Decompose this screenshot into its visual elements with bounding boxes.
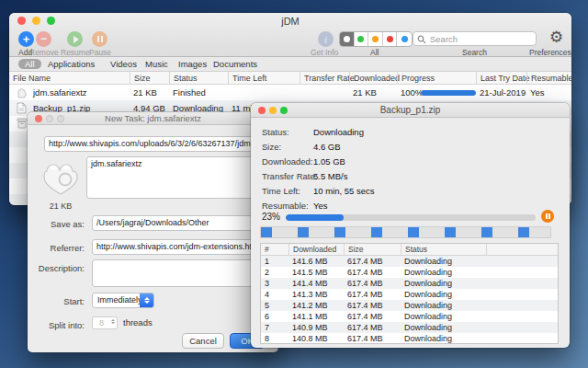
thread-status: Downloading	[401, 300, 452, 311]
resumable-value: Yes	[313, 201, 328, 211]
thread-status: Downloading	[401, 289, 452, 300]
all-dot-icon	[344, 36, 350, 42]
thread-number: 7	[261, 322, 269, 333]
threads-table: # Downloaded Size Status 1141.6 MB617.4 …	[260, 243, 559, 344]
thread-number: 1	[261, 256, 269, 267]
resume-button[interactable]	[67, 31, 83, 47]
split-stepper[interactable]: 8	[92, 316, 118, 329]
thread-row[interactable]: 4141.3 MB617.4 MBDownloading	[261, 289, 558, 300]
column-header-last-try-date[interactable]: Last Try Date	[476, 72, 530, 85]
thread-downloaded: 141.6 MB	[288, 256, 328, 267]
search-input[interactable]	[430, 32, 533, 45]
filter-segmented-control	[339, 31, 413, 47]
thread-number: 5	[261, 300, 269, 311]
column-header-number[interactable]: #	[261, 244, 269, 256]
thread-number: 2	[261, 267, 269, 278]
window-title: jDM	[9, 13, 571, 29]
column-header-file-name[interactable]: File Name	[9, 72, 51, 85]
column-header-time-left[interactable]: Time Left	[228, 72, 266, 85]
tab-videos[interactable]: Videos	[110, 59, 137, 69]
task-url-input[interactable]: http://www.shivapis.com/uploads/6/3/2/6/…	[44, 136, 265, 152]
pause-icon	[546, 213, 548, 219]
thread-row[interactable]: 1141.6 MB617.4 MBDownloading	[261, 256, 558, 267]
thread-row[interactable]: 5141.2 MB617.4 MBDownloading	[261, 300, 558, 311]
remove-button[interactable]: −	[36, 31, 51, 47]
start-popup[interactable]: Immediately	[92, 293, 154, 308]
column-header-status[interactable]: Status	[169, 72, 198, 85]
search-label: Search	[462, 48, 487, 57]
search-field[interactable]	[413, 31, 537, 46]
category-tabbar: All Applications Videos Music Images Doc…	[9, 57, 571, 72]
description-label: Description:	[28, 263, 85, 273]
column-header-size[interactable]: Size	[130, 72, 151, 85]
thread-downloaded: 141.3 MB	[288, 289, 328, 300]
minus-icon: −	[40, 32, 47, 46]
tab-documents[interactable]: Documents	[213, 59, 257, 69]
status-label: Status:	[262, 127, 289, 137]
main-titlebar: jDM + Add − Remove Resume Pause i Get In…	[9, 13, 571, 57]
save-as-input[interactable]: /Users/jagraj/Downloads/Other	[92, 215, 265, 231]
filter-label: All	[370, 48, 379, 57]
tab-images[interactable]: Images	[178, 59, 207, 69]
play-icon	[74, 36, 79, 43]
pause-download-button[interactable]	[541, 210, 554, 223]
window-title: New Task: jdm.safariextz	[28, 112, 278, 125]
start-label: Start:	[28, 296, 85, 306]
filter-blue-segment[interactable]	[397, 32, 412, 46]
thread-downloaded: 141.4 MB	[288, 278, 328, 289]
row-progress-bar	[421, 90, 476, 96]
save-as-label: Save as:	[28, 219, 85, 229]
start-value: Immediately	[97, 293, 142, 307]
table-row[interactable]: jdm.safariextz 21 KB Finished 21 KB 100%…	[9, 85, 571, 100]
thread-row[interactable]: 6141.1 MB617.4 MBDownloading	[261, 311, 558, 322]
split-into-label: Split into:	[28, 320, 85, 330]
pause-button[interactable]	[92, 31, 107, 47]
task-name-input[interactable]: jdm.safariextz	[86, 156, 263, 199]
column-header-size[interactable]: Size	[344, 244, 364, 256]
description-input[interactable]	[92, 259, 265, 287]
column-header-progress[interactable]: Progress	[397, 72, 435, 85]
tab-applications[interactable]: Applications	[48, 59, 95, 69]
tab-all[interactable]: All	[18, 59, 41, 69]
new-task-window: New Task: jdm.safariextz http://www.shiv…	[28, 112, 278, 352]
tab-music[interactable]: Music	[145, 59, 168, 69]
thread-row[interactable]: 8140.8 MB617.4 MBDownloading	[261, 333, 558, 344]
thread-size: 617.4 MB	[344, 267, 383, 278]
gear-icon[interactable]: ⚙	[549, 29, 563, 47]
thread-row[interactable]: 2141.5 MB617.4 MBDownloading	[261, 267, 558, 278]
get-info-button[interactable]: i	[318, 31, 334, 47]
filter-red-segment[interactable]	[383, 32, 398, 46]
add-button[interactable]: +	[18, 31, 34, 47]
referrer-input[interactable]: http://www.shivapis.com/jdm-extensions.h…	[92, 239, 265, 255]
column-header-resumable[interactable]: Resumable	[526, 72, 573, 85]
column-header-status[interactable]: Status	[401, 244, 427, 256]
segments-bar	[260, 226, 551, 238]
time-left-value: 10 min, 55 secs	[313, 186, 375, 196]
filter-orange-segment[interactable]	[368, 32, 383, 46]
downloaded-cell: 21 KB	[349, 85, 377, 100]
thread-row[interactable]: 3141.4 MB617.4 MBDownloading	[261, 278, 558, 289]
resumable-cell: Yes	[526, 85, 545, 100]
thread-size: 617.4 MB	[344, 333, 383, 344]
filter-green-segment[interactable]	[355, 32, 369, 46]
cancel-button[interactable]: Cancel	[182, 333, 224, 349]
column-header-downloaded[interactable]: Downloaded	[288, 244, 336, 256]
window-title: Backup_p1.zip	[251, 103, 570, 118]
preferences-label: Preferences	[529, 48, 571, 57]
thread-size: 617.4 MB	[344, 289, 383, 300]
detail-window: Backup_p1.zip Status:Downloading Size:4.…	[251, 103, 570, 348]
pause-label: Pause	[89, 48, 111, 57]
downloaded-label: Downloaded:	[262, 156, 312, 167]
thread-status: Downloading	[401, 256, 452, 267]
threads-table-header: # Downloaded Size Status	[261, 244, 558, 256]
column-header-downloaded[interactable]: Downloaded	[349, 72, 400, 85]
green-dot-icon	[357, 36, 364, 42]
thread-size: 617.4 MB	[344, 278, 383, 289]
column-header-transfer-rate[interactable]: Transfer Rate	[300, 72, 355, 85]
downloaded-value: 1.05 GB	[313, 156, 345, 167]
thread-row[interactable]: 7140.9 MB617.4 MBDownloading	[261, 322, 558, 333]
thread-status: Downloading	[401, 322, 452, 333]
resume-label: Resume	[61, 48, 90, 57]
filter-all-segment[interactable]	[340, 32, 355, 46]
thread-downloaded: 141.2 MB	[288, 300, 328, 311]
